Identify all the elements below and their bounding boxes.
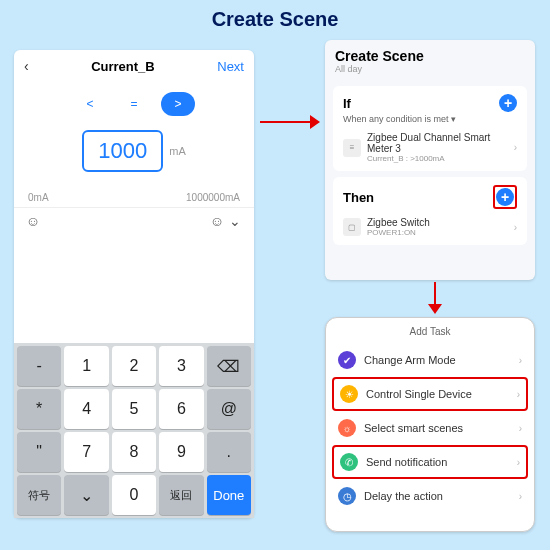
key-minus[interactable]: - xyxy=(17,346,61,386)
add-task-title: Add Task xyxy=(326,324,534,343)
chevron-right-icon: › xyxy=(517,389,520,400)
emoji-icon[interactable]: ☺ xyxy=(24,212,42,230)
then-device-row[interactable]: ▢ Zigbee Switch POWER1:ON › xyxy=(343,217,517,237)
task-control-single-device[interactable]: ☀ Control Single Device › xyxy=(332,377,528,411)
bulb-icon: ☀ xyxy=(340,385,358,403)
meter-icon: ≡ xyxy=(343,139,361,157)
key-done[interactable]: Done xyxy=(207,475,251,515)
add-task-button[interactable]: + xyxy=(496,188,514,206)
if-device-name: Zigbee Dual Channel Smart Meter 3 xyxy=(367,132,508,154)
numeric-keypad: - 1 2 3 ⌫ * 4 5 6 @ " 7 8 9 . 符号 ⌄ 0 返回 … xyxy=(14,343,254,518)
range-max: 1000000mA xyxy=(186,192,240,203)
task-label: Control Single Device xyxy=(366,388,509,400)
chevron-right-icon: › xyxy=(519,423,522,434)
then-device-detail: POWER1:ON xyxy=(367,228,508,237)
page-title: Create Scene xyxy=(0,0,550,35)
if-device-detail: Current_B : >1000mA xyxy=(367,154,508,163)
value-unit: mA xyxy=(169,145,186,157)
if-card: If + When any condition is met ▾ ≡ Zigbe… xyxy=(333,86,527,171)
next-button[interactable]: Next xyxy=(217,59,244,74)
key-5[interactable]: 5 xyxy=(112,389,156,429)
chevron-down-icon[interactable]: ⌄ xyxy=(226,212,244,230)
create-scene-panel: Create Scene All day If + When any condi… xyxy=(325,40,535,280)
task-send-notification[interactable]: ✆ Send notification › xyxy=(332,445,528,479)
key-2[interactable]: 2 xyxy=(112,346,156,386)
back-button[interactable]: ‹ xyxy=(24,58,29,74)
add-task-highlight: + xyxy=(493,185,517,209)
then-card: Then + ▢ Zigbee Switch POWER1:ON › xyxy=(333,177,527,245)
op-less-than[interactable]: < xyxy=(73,92,107,116)
chevron-right-icon: › xyxy=(517,457,520,468)
task-delay-action[interactable]: ◷ Delay the action › xyxy=(326,479,534,513)
editor-title: Current_B xyxy=(91,59,155,74)
chevron-right-icon: › xyxy=(519,491,522,502)
task-label: Delay the action xyxy=(364,490,511,502)
key-9[interactable]: 9 xyxy=(159,432,203,472)
key-0[interactable]: 0 xyxy=(112,475,156,515)
value-editor-panel: ‹ Current_B Next < = > 1000 mA 0mA 10000… xyxy=(14,50,254,518)
key-at[interactable]: @ xyxy=(207,389,251,429)
key-period[interactable]: . xyxy=(207,432,251,472)
task-label: Change Arm Mode xyxy=(364,354,511,366)
key-4[interactable]: 4 xyxy=(64,389,108,429)
value-input[interactable]: 1000 xyxy=(82,130,163,172)
op-greater-than[interactable]: > xyxy=(161,92,195,116)
if-condition-mode[interactable]: When any condition is met ▾ xyxy=(343,114,517,124)
key-7[interactable]: 7 xyxy=(64,432,108,472)
key-8[interactable]: 8 xyxy=(112,432,156,472)
if-label: If xyxy=(343,96,351,111)
key-return[interactable]: 返回 xyxy=(159,475,203,515)
task-label: Select smart scenes xyxy=(364,422,511,434)
key-symbol[interactable]: 符号 xyxy=(17,475,61,515)
range-min: 0mA xyxy=(28,192,49,203)
chevron-right-icon: › xyxy=(514,142,517,153)
key-quote[interactable]: " xyxy=(17,432,61,472)
key-6[interactable]: 6 xyxy=(159,389,203,429)
then-device-name: Zigbee Switch xyxy=(367,217,508,228)
smile-icon[interactable]: ☺ xyxy=(208,212,226,230)
op-equal[interactable]: = xyxy=(117,92,151,116)
switch-icon: ▢ xyxy=(343,218,361,236)
scene-schedule: All day xyxy=(325,64,535,80)
clock-icon: ◷ xyxy=(338,487,356,505)
notification-icon: ✆ xyxy=(340,453,358,471)
arrow-down-icon xyxy=(425,282,445,314)
task-select-smart-scenes[interactable]: ☼ Select smart scenes › xyxy=(326,411,534,445)
task-label: Send notification xyxy=(366,456,509,468)
add-condition-button[interactable]: + xyxy=(499,94,517,112)
shield-icon: ✔ xyxy=(338,351,356,369)
scene-icon: ☼ xyxy=(338,419,356,437)
key-backspace[interactable]: ⌫ xyxy=(207,346,251,386)
chevron-right-icon: › xyxy=(514,222,517,233)
key-star[interactable]: * xyxy=(17,389,61,429)
if-device-row[interactable]: ≡ Zigbee Dual Channel Smart Meter 3 Curr… xyxy=(343,132,517,163)
chevron-right-icon: › xyxy=(519,355,522,366)
add-task-panel: Add Task ✔ Change Arm Mode › ☀ Control S… xyxy=(325,317,535,532)
key-1[interactable]: 1 xyxy=(64,346,108,386)
scene-title: Create Scene xyxy=(325,48,535,64)
task-change-arm-mode[interactable]: ✔ Change Arm Mode › xyxy=(326,343,534,377)
key-mic[interactable]: ⌄ xyxy=(64,475,108,515)
key-3[interactable]: 3 xyxy=(159,346,203,386)
arrow-right-icon xyxy=(260,112,320,132)
then-label: Then xyxy=(343,190,374,205)
